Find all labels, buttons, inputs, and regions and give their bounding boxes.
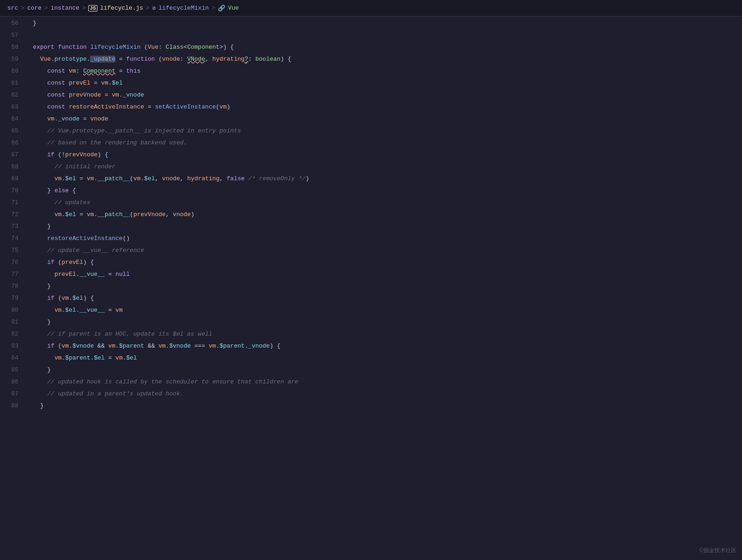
ln-56: 56 [4,17,18,29]
code-line-71: // updates [26,197,742,209]
code-line-57 [26,29,742,41]
ln-61: 61 [4,77,18,89]
breadcrumb-core[interactable]: core [27,5,41,11]
sep-2: > [44,5,48,11]
sep-5: > [211,5,215,11]
ln-71: 71 [4,197,18,209]
code-line-65: // Vue.prototype.__patch__ is injected i… [26,125,742,137]
ln-72: 72 [4,209,18,221]
ln-73: 73 [4,221,18,233]
breadcrumb-instance[interactable]: instance [51,5,79,11]
code-line-84: vm.$parent.$el = vm.$el [26,352,742,364]
code-line-70: } else { [26,185,742,197]
ln-82: 82 [4,328,18,340]
ln-78: 78 [4,280,18,292]
sep-1: > [21,5,24,11]
ln-63: 63 [4,101,18,113]
code-line-67: if (!prevVnode) { [26,149,742,161]
code-line-83: if (vm.$vnode && vm.$parent && vm.$vnode… [26,340,742,352]
sep-4: > [146,5,149,11]
code-line-78: } [26,280,742,292]
ln-62: 62 [4,89,18,101]
breadcrumb-lifecycle-js[interactable]: lifecycle.js [100,5,143,11]
code-line-73: } [26,221,742,233]
breadcrumb-vue[interactable]: Vue [228,5,239,11]
code-line-64: vm._vnode = vnode [26,113,742,125]
editor: 56 57 58 59 60 61 62 63 64 65 66 67 68 6… [0,17,742,560]
sym-icon: 🔗 [218,5,225,12]
func-icon: ⊘ [152,5,156,12]
code-line-63: const restoreActiveInstance = setActiveI… [26,101,742,113]
code-line-77: prevEl.__vue__ = null [26,269,742,280]
js-icon: JS [88,5,97,11]
ln-84: 84 [4,352,18,364]
ln-87: 87 [4,388,18,400]
code-line-69: vm.$el = vm.__patch__(vm.$el, vnode, hyd… [26,173,742,185]
code-line-68: // initial render [26,161,742,173]
code-line-87: // updated in a parent's updated hook. [26,388,742,400]
sep-3: > [82,5,86,11]
ln-58: 58 [4,41,18,53]
code-line-79: if (vm.$el) { [26,292,742,304]
ln-64: 64 [4,113,18,125]
code-line-62: const prevVnode = vm._vnode [26,89,742,101]
code-content[interactable]: } export function lifecycleMixin (Vue: C… [22,17,742,560]
code-line-80: vm.$el.__vue__ = vm [26,304,742,316]
ln-65: 65 [4,125,18,137]
code-line-56: } [26,17,742,29]
code-line-58: export function lifecycleMixin (Vue: Cla… [26,41,742,53]
code-line-66: // based on the rendering backend used. [26,137,742,149]
ln-57: 57 [4,29,18,41]
ln-75: 75 [4,245,18,257]
ln-60: 60 [4,65,18,77]
code-line-76: if (prevEl) { [26,257,742,269]
code-line-61: const prevEl = vm.$el [26,77,742,89]
ln-83: 83 [4,340,18,352]
code-line-75: // update __vue__ reference [26,245,742,257]
ln-70: 70 [4,185,18,197]
code-line-72: vm.$el = vm.__patch__(prevVnode, vnode) [26,209,742,221]
code-line-59: Vue.prototype._update = function (vnode:… [26,53,742,65]
code-line-74: restoreActiveInstance() [26,233,742,245]
ln-67: 67 [4,149,18,161]
ln-88: 88 [4,400,18,412]
breadcrumb: src > core > instance > JS lifecycle.js … [0,0,742,17]
ln-80: 80 [4,304,18,316]
code-area: 56 57 58 59 60 61 62 63 64 65 66 67 68 6… [0,17,742,560]
line-numbers: 56 57 58 59 60 61 62 63 64 65 66 67 68 6… [0,17,22,560]
ln-59: 59 [4,53,18,65]
ln-79: 79 [4,292,18,304]
code-line-88: } [26,400,742,412]
ln-68: 68 [4,161,18,173]
watermark: ©掘金技术社区 [699,547,736,554]
ln-66: 66 [4,137,18,149]
ln-76: 76 [4,257,18,269]
ln-77: 77 [4,269,18,280]
breadcrumb-src[interactable]: src [7,5,18,11]
ln-86: 86 [4,376,18,388]
code-line-86: // updated hook is called by the schedul… [26,376,742,388]
code-line-60: const vm: Component = this [26,65,742,77]
ln-81: 81 [4,316,18,328]
ln-69: 69 [4,173,18,185]
breadcrumb-lifecycle-mixin[interactable]: lifecycleMixin [159,5,209,11]
code-line-85: } [26,364,742,376]
code-line-81: } [26,316,742,328]
ln-85: 85 [4,364,18,376]
ln-74: 74 [4,233,18,245]
code-line-82: // if parent is an HOC, update its $el a… [26,328,742,340]
